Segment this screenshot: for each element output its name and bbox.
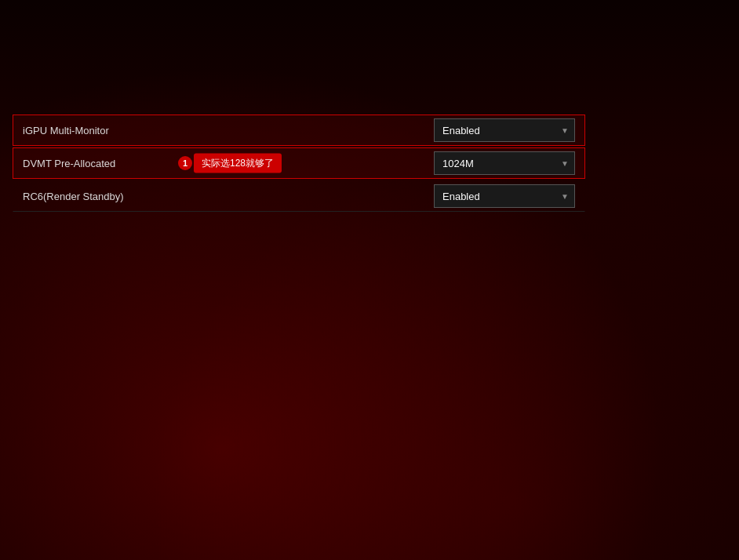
igpu-value-wrapper: Enabled Disabled xyxy=(434,118,575,142)
dvmt-annotation: 实际选128就够了 xyxy=(194,154,282,173)
rc6-label: RC6(Render Standby) xyxy=(23,191,434,202)
dvmt-value-wrapper: 32M 64M 128M 256M 512M 1024M xyxy=(434,151,575,175)
dvmt-select-wrapper: 32M 64M 128M 256M 512M 1024M xyxy=(434,151,575,175)
rc6-select-wrapper: Enabled Disabled xyxy=(434,184,575,208)
dvmt-select[interactable]: 32M 64M 128M 256M 512M 1024M xyxy=(434,151,575,175)
rc6-select[interactable]: Enabled Disabled xyxy=(434,184,575,208)
setting-row-dvmt: DVMT Pre-Allocated 实际选128就够了 1 32M 64M 1… xyxy=(13,147,585,179)
setting-row-rc6: RC6(Render Standby) Enabled Disabled xyxy=(13,180,585,212)
bios-container: ROG UEFI BIOS Utility – Advanced Mode 09… xyxy=(0,0,739,560)
dvmt-annotation-badge: 1 xyxy=(178,156,192,170)
igpu-label: iGPU Multi-Monitor xyxy=(23,125,434,136)
setting-row-igpu: iGPU Multi-Monitor Enabled Disabled xyxy=(13,115,585,146)
igpu-select-wrapper: Enabled Disabled xyxy=(434,118,575,142)
igpu-select[interactable]: Enabled Disabled xyxy=(434,118,575,142)
background-overlay xyxy=(0,0,739,560)
rc6-value-wrapper: Enabled Disabled xyxy=(434,184,575,208)
